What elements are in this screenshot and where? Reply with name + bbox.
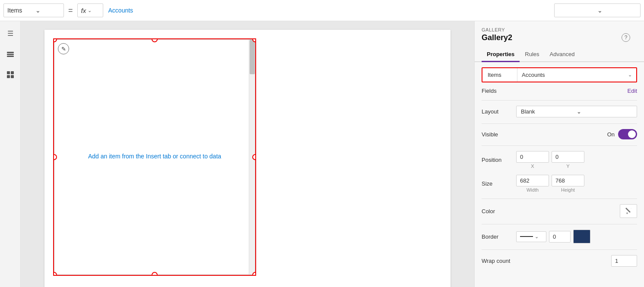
items-dropdown-chevron-panel: ⌄ (628, 72, 632, 78)
panel-header: GALLERY Gallery2 ? (475, 21, 644, 44)
handle-mid-right[interactable] (252, 154, 256, 160)
gallery-element[interactable]: Add an item from the Insert tab or conne… (53, 38, 256, 276)
position-y-sub: Y (566, 164, 569, 169)
wrap-count-input[interactable] (611, 255, 637, 267)
color-swatch-button[interactable] (620, 204, 637, 218)
hamburger-menu-icon[interactable]: ☰ (3, 26, 17, 40)
divider-3 (482, 145, 637, 146)
gallery-inner: Add an item from the Insert tab or conne… (54, 39, 255, 275)
fx-chevron: ⌄ (88, 8, 92, 13)
size-inputs: Width Height (516, 175, 637, 192)
color-label: Color (482, 208, 516, 214)
layout-value: Blank (521, 108, 577, 115)
fx-label: fx (81, 7, 86, 14)
gallery-scrollbar-thumb (250, 40, 255, 74)
main-area: ☰ (0, 21, 644, 287)
border-style-dropdown[interactable]: ⌄ (516, 231, 546, 242)
items-dropdown-label: Items (7, 7, 32, 14)
grid-icon[interactable] (3, 68, 17, 82)
canvas-area: Add an item from the Insert tab or conne… (21, 21, 474, 287)
items-value-text: Accounts (522, 72, 545, 78)
size-height-input[interactable] (552, 175, 584, 186)
size-row: Size Width Height (482, 175, 637, 192)
wrap-count-row: Wrap count (482, 255, 637, 267)
border-color-swatch[interactable] (573, 230, 590, 243)
size-width-input[interactable] (516, 175, 549, 186)
svg-rect-6 (11, 75, 14, 78)
tab-advanced[interactable]: Advanced (545, 47, 580, 62)
position-label: Position (482, 157, 516, 163)
border-controls: ⌄ (516, 230, 637, 243)
fields-edit-link[interactable]: Edit (628, 88, 637, 94)
position-x-input[interactable] (516, 151, 549, 163)
right-panel: GALLERY Gallery2 ? Properties Rules Adva… (474, 21, 644, 287)
size-height-wrap: Height (552, 175, 584, 192)
svg-rect-0 (7, 52, 14, 53)
items-label: Items (482, 68, 517, 82)
equals-sign: = (66, 6, 76, 15)
fx-dropdown[interactable]: fx ⌄ (77, 3, 103, 17)
border-style-chevron: ⌄ (535, 234, 539, 240)
left-sidebar: ☰ (0, 21, 21, 287)
wrap-count-label: Wrap count (482, 258, 516, 264)
divider-2 (482, 123, 637, 124)
svg-rect-3 (7, 71, 10, 74)
divider-4 (482, 199, 637, 199)
position-y-input[interactable] (552, 151, 584, 163)
tab-properties[interactable]: Properties (482, 47, 520, 62)
panel-tabs: Properties Rules Advanced (475, 47, 644, 62)
formula-value: Accounts (105, 7, 137, 14)
layout-row: Layout Blank ⌄ (482, 106, 637, 117)
fields-row: Fields Edit (482, 88, 637, 94)
svg-rect-5 (7, 75, 10, 78)
handle-bottom-right[interactable] (252, 272, 256, 276)
svg-rect-2 (7, 56, 14, 57)
right-dropdown-chevron: ⌄ (597, 7, 637, 14)
border-row: Border ⌄ (482, 230, 637, 243)
position-inputs: X Y (516, 151, 637, 169)
position-x-wrap: X (516, 151, 549, 169)
border-width-input[interactable] (549, 231, 571, 243)
layers-icon[interactable] (3, 47, 17, 61)
border-line-preview (520, 236, 533, 237)
panel-body: Items Accounts ⌄ Fields Edit Layout Blan… (475, 62, 644, 287)
gallery-edit-icon[interactable]: ✎ (58, 43, 69, 54)
svg-rect-4 (11, 71, 14, 74)
items-dropdown[interactable]: Items ⌄ (3, 3, 64, 17)
layout-chevron: ⌄ (577, 108, 632, 115)
border-label: Border (482, 233, 516, 240)
position-row: Position X Y (482, 151, 637, 169)
divider-6 (482, 249, 637, 250)
top-bar: Items ⌄ = fx ⌄ Accounts ⌄ (0, 0, 644, 21)
size-width-sub: Width (527, 187, 539, 192)
visible-toggle[interactable] (618, 129, 637, 139)
help-icon[interactable]: ? (622, 33, 630, 42)
canvas-page: Add an item from the Insert tab or conne… (44, 30, 450, 287)
gallery-placeholder-text: Add an item from the Insert tab or conne… (88, 153, 221, 160)
visible-row: Visible On (482, 129, 637, 139)
visible-on-label: On (607, 131, 615, 138)
items-property-row[interactable]: Items Accounts ⌄ (482, 67, 637, 82)
handle-bottom-center[interactable] (152, 272, 158, 276)
divider-1 (482, 100, 637, 101)
gallery-name: Gallery2 (482, 33, 637, 42)
visible-label: Visible (482, 131, 516, 138)
position-y-wrap: Y (552, 151, 584, 169)
right-dropdown[interactable]: ⌄ (554, 3, 641, 17)
layout-dropdown[interactable]: Blank ⌄ (516, 106, 637, 117)
color-row: Color (482, 204, 637, 218)
size-width-wrap: Width (516, 175, 549, 192)
tab-rules[interactable]: Rules (520, 47, 544, 62)
fields-label: Fields (482, 88, 516, 94)
svg-rect-1 (7, 54, 14, 55)
gallery-section-label: GALLERY (482, 27, 637, 32)
items-value-dropdown[interactable]: Accounts ⌄ (517, 68, 636, 82)
layout-label: Layout (482, 108, 516, 115)
divider-5 (482, 224, 637, 224)
items-dropdown-chevron: ⌄ (35, 7, 60, 14)
size-label: Size (482, 180, 516, 187)
size-height-sub: Height (561, 187, 575, 192)
position-x-sub: X (531, 164, 534, 169)
toggle-thumb (628, 130, 636, 138)
